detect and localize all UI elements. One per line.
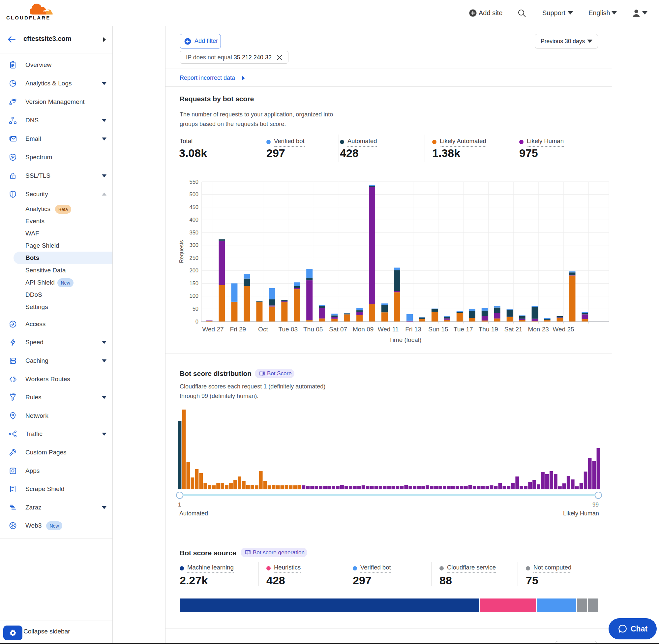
- svg-text:150: 150: [189, 280, 198, 286]
- svg-text:550: 550: [189, 179, 198, 185]
- svg-text:350: 350: [189, 230, 198, 235]
- svg-text:Mon 23: Mon 23: [528, 326, 548, 333]
- svg-text:Fri 29: Fri 29: [230, 326, 246, 333]
- svg-text:Sat 07: Sat 07: [329, 326, 347, 333]
- svg-text:300: 300: [189, 242, 198, 248]
- svg-text:50: 50: [192, 306, 198, 312]
- svg-text:Wed 11: Wed 11: [378, 326, 399, 333]
- svg-text:Time (local): Time (local): [389, 336, 422, 343]
- svg-text:Wed 27: Wed 27: [202, 326, 223, 333]
- svg-text:Requests: Requests: [178, 240, 184, 263]
- svg-text:100: 100: [189, 293, 198, 299]
- svg-text:200: 200: [189, 268, 198, 273]
- svg-text:Wed 25: Wed 25: [553, 326, 574, 333]
- svg-text:Mon 09: Mon 09: [353, 326, 374, 333]
- svg-text:Thu 05: Thu 05: [303, 326, 323, 333]
- svg-text:Fri 13: Fri 13: [405, 326, 421, 333]
- svg-text:250: 250: [189, 255, 198, 261]
- svg-text:0: 0: [195, 319, 198, 324]
- svg-text:400: 400: [189, 217, 198, 223]
- svg-text:Tue 03: Tue 03: [279, 326, 298, 333]
- svg-text:500: 500: [189, 191, 198, 197]
- svg-text:Tue 17: Tue 17: [454, 326, 473, 333]
- svg-text:Sun 15: Sun 15: [428, 326, 448, 333]
- svg-text:450: 450: [189, 204, 198, 210]
- svg-text:Oct: Oct: [258, 326, 268, 333]
- svg-text:Sat 21: Sat 21: [504, 326, 522, 333]
- svg-text:Thu 19: Thu 19: [479, 326, 498, 333]
